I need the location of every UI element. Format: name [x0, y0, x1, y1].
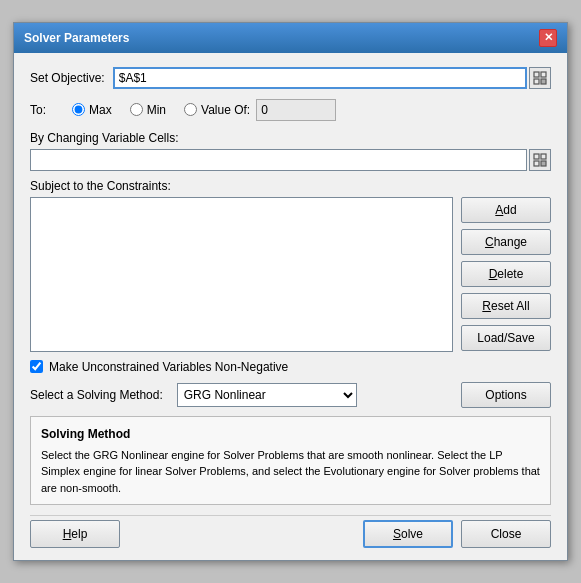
constraints-list[interactable] [30, 197, 453, 352]
method-row: Select a Solving Method: GRG Nonlinear S… [30, 382, 551, 408]
objective-input[interactable] [113, 67, 527, 89]
radio-max[interactable] [72, 103, 85, 116]
load-save-button[interactable]: Load/Save [461, 325, 551, 351]
title-bar: Solver Parameters ✕ [14, 23, 567, 53]
radio-value-of-text: Value Of: [201, 103, 250, 117]
objective-cell-ref-btn[interactable] [529, 67, 551, 89]
to-label: To: [30, 103, 60, 117]
radio-value-of[interactable] [184, 103, 197, 116]
side-buttons: Add Change Delete Reset All Load/Save [461, 197, 551, 352]
objective-input-wrap [113, 67, 551, 89]
dialog-title: Solver Parameters [24, 31, 129, 45]
svg-rect-0 [534, 72, 539, 77]
method-label: Select a Solving Method: [30, 388, 163, 402]
non-negative-checkbox[interactable] [30, 360, 43, 373]
bottom-buttons: Help Solve Close [30, 515, 551, 548]
add-button[interactable]: Add [461, 197, 551, 223]
close-button[interactable]: Close [461, 520, 551, 548]
solving-method-box: Solving Method Select the GRG Nonlinear … [30, 416, 551, 506]
value-of-input[interactable] [256, 99, 336, 121]
method-select-wrap: Select a Solving Method: GRG Nonlinear S… [30, 383, 451, 407]
value-of-section: Value Of: [184, 99, 336, 121]
svg-rect-4 [534, 154, 539, 159]
right-buttons: Solve Close [363, 520, 551, 548]
help-button[interactable]: Help [30, 520, 120, 548]
change-button[interactable]: Change [461, 229, 551, 255]
svg-rect-3 [541, 79, 546, 84]
radio-group: Max Min Value Of: [72, 99, 551, 121]
checkbox-row: Make Unconstrained Variables Non-Negativ… [30, 360, 551, 374]
changing-cells-input-wrap [30, 149, 551, 171]
solve-button[interactable]: Solve [363, 520, 453, 548]
changing-cells-input[interactable] [30, 149, 527, 171]
constraints-label: Subject to the Constraints: [30, 179, 551, 193]
svg-rect-5 [541, 154, 546, 159]
svg-rect-7 [541, 161, 546, 166]
changing-cells-ref-btn[interactable] [529, 149, 551, 171]
delete-button[interactable]: Delete [461, 261, 551, 287]
changing-cells-section: By Changing Variable Cells: [30, 131, 551, 171]
constraints-area: Add Change Delete Reset All Load/Save [30, 197, 551, 352]
radio-max-label[interactable]: Max [72, 103, 112, 117]
constraints-section: Subject to the Constraints: Add Change D… [30, 179, 551, 352]
svg-rect-6 [534, 161, 539, 166]
objective-row: Set Objective: [30, 67, 551, 89]
solving-method-title: Solving Method [41, 425, 540, 443]
reset-all-button[interactable]: Reset All [461, 293, 551, 319]
radio-min-text: Min [147, 103, 166, 117]
radio-min[interactable] [130, 103, 143, 116]
to-row: To: Max Min Value Of: [30, 99, 551, 121]
radio-value-of-label[interactable]: Value Of: [184, 103, 250, 117]
solver-dialog: Solver Parameters ✕ Set Objective: To: M… [13, 22, 568, 562]
svg-rect-2 [534, 79, 539, 84]
objective-label: Set Objective: [30, 71, 105, 85]
changing-cells-label: By Changing Variable Cells: [30, 131, 551, 145]
svg-rect-1 [541, 72, 546, 77]
close-icon[interactable]: ✕ [539, 29, 557, 47]
checkbox-label[interactable]: Make Unconstrained Variables Non-Negativ… [49, 360, 288, 374]
dialog-body: Set Objective: To: Max Min [14, 53, 567, 561]
radio-min-label[interactable]: Min [130, 103, 166, 117]
radio-max-text: Max [89, 103, 112, 117]
options-button[interactable]: Options [461, 382, 551, 408]
solving-method-desc: Select the GRG Nonlinear engine for Solv… [41, 447, 540, 497]
method-select[interactable]: GRG Nonlinear Simplex LP Evolutionary [177, 383, 357, 407]
